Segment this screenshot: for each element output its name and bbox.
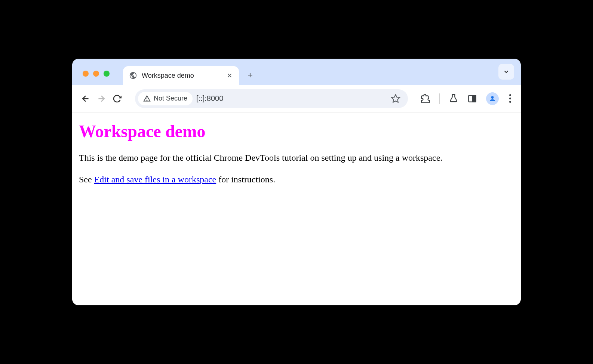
labs-button[interactable]: [449, 94, 458, 104]
chrome-menu-button[interactable]: [508, 93, 513, 104]
new-tab-button[interactable]: [243, 68, 257, 82]
svg-point-5: [491, 96, 494, 99]
security-label: Not Secure: [154, 95, 187, 102]
forward-button[interactable]: [96, 93, 107, 104]
window-close-button[interactable]: [83, 71, 89, 77]
tab-strip: Workspace demo: [72, 59, 521, 85]
tab-close-button[interactable]: [226, 72, 233, 79]
security-indicator[interactable]: Not Secure: [138, 92, 193, 105]
tab-search-button[interactable]: [498, 64, 514, 80]
tab-title: Workspace demo: [142, 72, 222, 80]
window-maximize-button[interactable]: [104, 71, 110, 77]
extensions-button[interactable]: [421, 94, 430, 104]
bookmark-button[interactable]: [391, 94, 400, 104]
reload-button[interactable]: [112, 93, 122, 104]
browser-window: Workspace demo Not Secure [::]:8000: [72, 59, 521, 305]
browser-tab[interactable]: Workspace demo: [123, 66, 239, 85]
page-content: Workspace demo This is the demo page for…: [72, 112, 521, 305]
instructions-paragraph: See Edit and save files in a workspace f…: [79, 173, 514, 185]
page-heading: Workspace demo: [79, 121, 514, 141]
svg-rect-4: [473, 95, 476, 102]
window-minimize-button[interactable]: [93, 71, 99, 77]
person-icon: [489, 95, 496, 102]
back-button[interactable]: [80, 93, 91, 104]
intro-paragraph: This is the demo page for the official C…: [79, 152, 514, 164]
svg-marker-2: [391, 95, 400, 102]
toolbar-actions: [421, 92, 513, 105]
side-panel-button[interactable]: [467, 94, 477, 104]
profile-button[interactable]: [486, 92, 499, 105]
warning-icon: [143, 95, 151, 102]
browser-toolbar: Not Secure [::]:8000: [72, 85, 521, 112]
toolbar-separator: [439, 93, 440, 104]
workspace-tutorial-link[interactable]: Edit and save files in a workspace: [94, 175, 216, 184]
url-text: [::]:8000: [196, 94, 387, 103]
address-bar[interactable]: Not Secure [::]:8000: [135, 89, 408, 108]
text-suffix: for instructions.: [216, 175, 275, 184]
svg-point-1: [147, 100, 147, 100]
text-prefix: See: [79, 175, 94, 184]
globe-icon: [129, 71, 137, 80]
window-traffic-lights: [78, 71, 114, 85]
